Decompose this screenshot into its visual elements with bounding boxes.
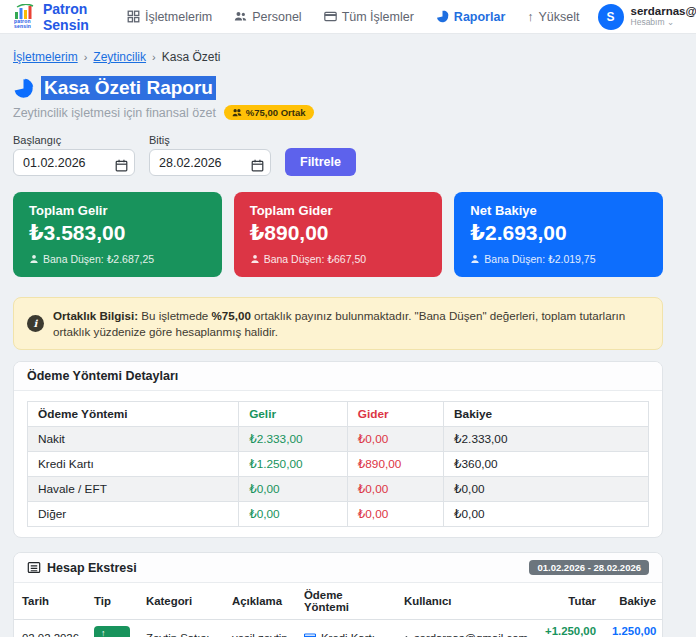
statement-table: Tarih Tip Kategori Açıklama Ödeme Yöntem… <box>14 583 663 637</box>
report-pie-icon <box>13 78 34 99</box>
col-balance: Bakiye <box>604 583 663 620</box>
breadcrumb-isletmelerim[interactable]: İşletmelerim <box>13 50 78 64</box>
nav-item-tum-islemler[interactable]: Tüm İşlemler <box>324 10 414 24</box>
col-balance: Bakiye <box>444 402 649 427</box>
page-subtitle: Zeytincilik işletmesi için finansal özet <box>13 106 216 120</box>
date-filter-bar: Başlangıç Bitiş Filtrele <box>13 134 663 176</box>
pie-chart-icon <box>436 10 449 23</box>
col-description: Açıklama <box>224 583 296 620</box>
breadcrumb-separator: › <box>152 51 156 63</box>
card-amount: ₺2.693,00 <box>470 221 647 245</box>
statement-list-icon <box>27 561 41 574</box>
person-icon <box>29 254 39 264</box>
nav-item-raporlar[interactable]: Raporlar <box>436 10 505 24</box>
nav-item-personel[interactable]: Personel <box>234 10 301 24</box>
brand-logo-icon: patron sensin <box>14 4 36 29</box>
table-row: Havale / EFT ₺0,00 ₺0,00 ₺0,00 <box>28 477 649 502</box>
nav-item-yukselt[interactable]: ↑ Yükselt <box>527 10 579 24</box>
card-share: Bana Düşen: ₺667,50 <box>250 253 427 265</box>
page-title: Kasa Özeti Raporu <box>41 76 216 100</box>
grid-icon <box>127 10 140 23</box>
main-nav: İşletmelerim Personel Tüm İşlemler Rapor… <box>127 10 580 24</box>
card-title: Toplam Gider <box>250 203 427 218</box>
brand-logo-caption: patron sensin <box>14 19 36 29</box>
col-income: Gelir <box>239 402 348 427</box>
calendar-icon[interactable] <box>251 159 264 172</box>
col-method: Ödeme Yöntemi <box>28 402 239 427</box>
top-navigation-bar: patron sensin Patron Sensin İşletmelerim… <box>0 0 696 34</box>
filter-button[interactable]: Filtrele <box>285 148 356 176</box>
table-row: Diğer ₺0,00 ₺0,00 ₺0,00 <box>28 502 649 527</box>
statement-panel: Hesap Ekstresi 01.02.2026 - 28.02.2026 T… <box>13 552 663 637</box>
total-expense-card: Toplam Gider ₺890,00 Bana Düşen: ₺667,50 <box>234 192 443 277</box>
end-date-label: Bitiş <box>149 134 271 146</box>
credit-card-icon <box>304 633 316 637</box>
card-share: Bana Düşen: ₺2.019,75 <box>470 253 647 265</box>
partnership-info-alert: i Ortaklık Bilgisi: Bu işletmede %75,00 … <box>13 297 663 350</box>
user-menu[interactable]: S serdarnas@gmail.com Hesabım ⌄ ▾ <box>598 4 696 30</box>
partner-share-badge: %75,00 Ortak <box>224 105 314 120</box>
col-amount: Tutar <box>536 583 604 620</box>
main-content: İşletmelerim › Zeytincilik › Kasa Özeti … <box>13 34 663 637</box>
brand[interactable]: patron sensin Patron Sensin <box>14 1 89 33</box>
breadcrumb-current: Kasa Özeti <box>162 50 221 64</box>
breadcrumb-separator: › <box>84 51 88 63</box>
person-icon <box>470 254 480 264</box>
card-title: Toplam Gelir <box>29 203 206 218</box>
table-row: Nakit ₺2.333,00 ₺0,00 ₺2.333,00 <box>28 427 649 452</box>
person-icon <box>250 254 260 264</box>
account-label: Hesabım ⌄ <box>631 18 696 28</box>
transactions-card-icon <box>324 10 337 23</box>
breadcrumb: İşletmelerim › Zeytincilik › Kasa Özeti <box>13 50 663 64</box>
table-header-row: Ödeme Yöntemi Gelir Gider Bakiye <box>28 402 649 427</box>
calendar-icon[interactable] <box>115 159 128 172</box>
person-icon <box>404 633 409 637</box>
card-amount: ₺890,00 <box>250 221 427 245</box>
col-category: Kategori <box>138 583 224 620</box>
total-income-card: Toplam Gelir ₺3.583,00 Bana Düşen: ₺2.68… <box>13 192 222 277</box>
start-date-label: Başlangıç <box>13 134 135 146</box>
nav-item-isletmelerim[interactable]: İşletmelerim <box>127 10 212 24</box>
panel-title: Hesap Ekstresi <box>47 561 137 575</box>
card-amount: ₺3.583,00 <box>29 221 206 245</box>
col-type: Tip <box>86 583 138 620</box>
date-range-badge: 01.02.2026 - 28.02.2026 <box>529 560 649 575</box>
table-header-row: Tarih Tip Kategori Açıklama Ödeme Yöntem… <box>14 583 663 620</box>
card-share: Bana Düşen: ₺2.687,25 <box>29 253 206 265</box>
info-icon: i <box>27 315 44 332</box>
user-avatar: S <box>598 4 624 30</box>
brand-name: Patron Sensin <box>43 1 89 33</box>
partnership-icon <box>232 108 242 117</box>
panel-title: Ödeme Yöntemi Detayları <box>27 369 178 383</box>
people-icon <box>234 10 247 23</box>
table-row: Kredi Kartı ₺1.250,00 ₺890,00 ₺360,00 <box>28 452 649 477</box>
col-date: Tarih <box>14 583 86 620</box>
summary-cards: Toplam Gelir ₺3.583,00 Bana Düşen: ₺2.68… <box>13 192 663 277</box>
col-expense: Gider <box>347 402 443 427</box>
card-title: Net Bakiye <box>470 203 647 218</box>
statement-row: 02.02.2026 ↑ Gelir Zeytin Satışı yeşil z… <box>14 620 663 637</box>
col-user: Kullanıcı <box>396 583 536 620</box>
col-method: Ödeme Yöntemi <box>296 583 396 620</box>
upgrade-arrow-icon: ↑ <box>527 10 533 24</box>
breadcrumb-zeytincilik[interactable]: Zeytincilik <box>93 50 146 64</box>
income-badge: ↑ Gelir <box>94 626 130 637</box>
payment-details-panel: Ödeme Yöntemi Detayları Ödeme Yöntemi Ge… <box>13 361 663 538</box>
alert-text: Ortaklık Bilgisi: Bu işletmede %75,00 or… <box>53 308 649 339</box>
net-balance-card: Net Bakiye ₺2.693,00 Bana Düşen: ₺2.019,… <box>454 192 663 277</box>
payment-methods-table: Ödeme Yöntemi Gelir Gider Bakiye Nakit ₺… <box>27 401 649 527</box>
